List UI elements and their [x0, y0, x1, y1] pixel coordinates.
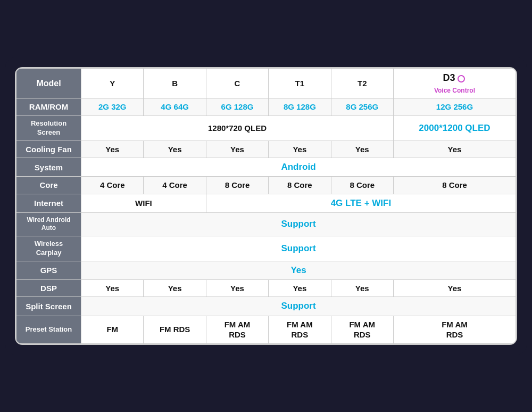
model-y: Y: [81, 69, 144, 98]
voice-control-label: Voice Control: [434, 87, 475, 94]
ram-rom-t1: 8G 128G: [269, 98, 331, 116]
model-b: B: [144, 69, 206, 98]
wireless-carplay-row: WirelessCarplay Support: [16, 236, 516, 261]
core-c: 8 Core: [206, 177, 268, 194]
preset-station-row: Preset Station FM FM RDS FM AMRDS FM AMR…: [16, 316, 516, 343]
preset-y: FM: [81, 316, 144, 343]
preset-b: FM RDS: [144, 316, 206, 343]
voice-icon: [458, 75, 465, 83]
wireless-carplay-header: WirelessCarplay: [16, 236, 81, 261]
core-row: Core 4 Core 4 Core 8 Core 8 Core 8 Core …: [16, 177, 516, 194]
model-header-row: Model Y B C T1 T2 D3 Voice Control: [16, 69, 516, 98]
wired-android-row: Wired AndroidAuto Support: [16, 212, 516, 236]
d3-label: D3: [443, 72, 458, 83]
ram-rom-t2: 8G 256G: [331, 98, 393, 116]
internet-header: Internet: [16, 194, 81, 212]
preset-c: FM AMRDS: [206, 316, 268, 343]
core-y: 4 Core: [81, 177, 144, 194]
ram-rom-y: 2G 32G: [81, 98, 144, 116]
cooling-fan-y: Yes: [81, 141, 144, 158]
ram-rom-c: 6G 128G: [206, 98, 268, 116]
dsp-t1: Yes: [269, 279, 331, 297]
core-header: Core: [16, 177, 81, 194]
resolution-header: ResolutionScreen: [16, 116, 81, 141]
cooling-fan-b: Yes: [144, 141, 206, 158]
model-t2: T2: [331, 69, 393, 98]
internet-4g: 4G LTE + WIFI: [206, 194, 516, 212]
core-t1: 8 Core: [269, 177, 331, 194]
system-value: Android: [81, 158, 516, 177]
dsp-row: DSP Yes Yes Yes Yes Yes Yes: [16, 279, 516, 297]
dsp-c: Yes: [206, 279, 268, 297]
wired-android-value: Support: [81, 212, 516, 236]
system-row: System Android: [16, 158, 516, 177]
internet-row: Internet WIFI 4G LTE + WIFI: [16, 194, 516, 212]
cooling-fan-d3: Yes: [393, 141, 516, 158]
cooling-fan-t2: Yes: [331, 141, 393, 158]
model-t1: T1: [269, 69, 331, 98]
wired-android-header: Wired AndroidAuto: [16, 212, 81, 236]
preset-d3: FM AMRDS: [393, 316, 516, 343]
gps-value: Yes: [81, 261, 516, 279]
core-d3: 8 Core: [393, 177, 516, 194]
split-screen-row: Split Screen Support: [16, 297, 516, 316]
dsp-b: Yes: [144, 279, 206, 297]
comparison-table-wrapper: Model Y B C T1 T2 D3 Voice Control RAM/R: [15, 67, 517, 344]
split-screen-header: Split Screen: [16, 297, 81, 316]
core-b: 4 Core: [144, 177, 206, 194]
preset-station-header: Preset Station: [16, 316, 81, 343]
ram-rom-header: RAM/ROM: [16, 98, 81, 116]
split-screen-value: Support: [81, 297, 516, 316]
dsp-d3: Yes: [393, 279, 516, 297]
resolution-d3: 2000*1200 QLED: [393, 116, 516, 141]
dsp-y: Yes: [81, 279, 144, 297]
comparison-table: Model Y B C T1 T2 D3 Voice Control RAM/R: [16, 68, 516, 343]
core-t2: 8 Core: [331, 177, 393, 194]
gps-row: GPS Yes: [16, 261, 516, 279]
main-container: Model Y B C T1 T2 D3 Voice Control RAM/R: [5, 57, 527, 354]
internet-wifi: WIFI: [81, 194, 206, 212]
dsp-header: DSP: [16, 279, 81, 297]
model-c: C: [206, 69, 268, 98]
cooling-fan-header: Cooling Fan: [16, 141, 81, 158]
ram-rom-row: RAM/ROM 2G 32G 4G 64G 6G 128G 8G 128G 8G…: [16, 98, 516, 116]
model-d3: D3 Voice Control: [393, 69, 516, 98]
dsp-t2: Yes: [331, 279, 393, 297]
system-header: System: [16, 158, 81, 177]
resolution-standard: 1280*720 QLED: [81, 116, 394, 141]
ram-rom-b: 4G 64G: [144, 98, 206, 116]
cooling-fan-t1: Yes: [269, 141, 331, 158]
gps-header: GPS: [16, 261, 81, 279]
resolution-row: ResolutionScreen 1280*720 QLED 2000*1200…: [16, 116, 516, 141]
preset-t2: FM AMRDS: [331, 316, 393, 343]
preset-t1: FM AMRDS: [269, 316, 331, 343]
cooling-fan-c: Yes: [206, 141, 268, 158]
model-label: Model: [16, 69, 81, 98]
cooling-fan-row: Cooling Fan Yes Yes Yes Yes Yes Yes: [16, 141, 516, 158]
wireless-carplay-value: Support: [81, 236, 516, 261]
ram-rom-d3: 12G 256G: [393, 98, 516, 116]
